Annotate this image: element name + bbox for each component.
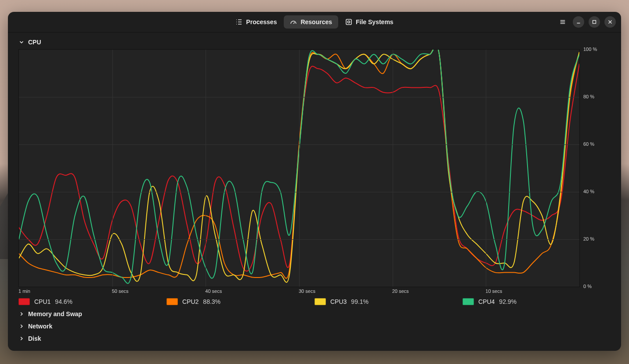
menu-button[interactable]: [557, 16, 568, 28]
x-tick-label: 20 secs: [392, 288, 486, 294]
x-tick-label: 1 min: [18, 288, 112, 294]
drive-icon: [345, 18, 352, 25]
close-icon: [607, 19, 613, 25]
section-title: CPU: [28, 39, 41, 46]
legend-name: CPU1: [34, 298, 51, 305]
cpu-legend: CPU194.6%CPU288.3%CPU399.1%CPU492.9%: [18, 298, 611, 305]
chevron-down-icon: [18, 39, 25, 45]
section-header-cpu[interactable]: CPU: [18, 36, 611, 48]
tab-resources[interactable]: Resources: [284, 15, 338, 29]
y-tick-label: 100 %: [583, 47, 597, 52]
speedometer-icon: [290, 18, 297, 25]
tab-filesystems[interactable]: File Systems: [339, 15, 400, 29]
chevron-right-icon: [18, 323, 25, 329]
legend-item-cpu4[interactable]: CPU492.9%: [463, 298, 611, 305]
legend-item-cpu3[interactable]: CPU399.1%: [314, 298, 463, 305]
content: CPU 1 min50 secs40 secs30 secs20 secs10 …: [8, 32, 621, 350]
legend-swatch: [18, 298, 30, 305]
window-controls: [557, 16, 616, 28]
x-tick-label: 30 secs: [299, 288, 392, 294]
x-tick-label: 40 secs: [205, 288, 299, 294]
legend-name: CPU4: [478, 298, 495, 305]
y-tick-label: 20 %: [583, 236, 594, 241]
legend-value: 92.9%: [499, 298, 517, 305]
y-tick-label: 60 %: [583, 141, 594, 147]
tab-label: File Systems: [356, 18, 394, 25]
tab-label: Processes: [246, 18, 277, 25]
section-title: Memory and Swap: [28, 310, 82, 317]
section-header-memory[interactable]: Memory and Swap: [18, 308, 611, 320]
chevron-right-icon: [18, 311, 25, 317]
collapsed-sections: Memory and Swap Network Disk: [18, 308, 611, 345]
legend-name: CPU2: [182, 298, 199, 305]
legend-swatch: [463, 298, 474, 305]
minimize-icon: [575, 19, 582, 25]
close-button[interactable]: [604, 16, 616, 28]
svg-rect-0: [346, 19, 351, 25]
cpu-chart: [18, 49, 580, 287]
legend-swatch: [314, 298, 326, 305]
legend-value: 99.1%: [351, 298, 369, 305]
section-title: Network: [28, 323, 52, 330]
x-tick-label: 10 secs: [485, 288, 579, 294]
minimize-button[interactable]: [573, 16, 584, 28]
svg-point-1: [348, 21, 350, 23]
list-icon: [235, 18, 242, 25]
y-tick-label: 0 %: [583, 284, 592, 289]
tab-processes[interactable]: Processes: [229, 15, 283, 29]
svg-rect-2: [593, 21, 596, 24]
maximize-button[interactable]: [589, 16, 600, 28]
chevron-right-icon: [18, 335, 25, 342]
y-tick-label: 80 %: [583, 94, 594, 99]
cpu-chart-area: 1 min50 secs40 secs30 secs20 secs10 secs…: [18, 49, 611, 305]
legend-value: 94.6%: [55, 298, 72, 305]
legend-swatch: [166, 298, 178, 305]
x-tick-label: 50 secs: [112, 288, 206, 294]
hamburger-icon: [560, 19, 566, 25]
tab-label: Resources: [300, 18, 332, 25]
section-title: Disk: [28, 335, 41, 342]
legend-item-cpu2[interactable]: CPU288.3%: [166, 298, 314, 305]
section-header-disk[interactable]: Disk: [18, 332, 611, 345]
legend-name: CPU3: [330, 298, 347, 305]
section-header-network[interactable]: Network: [18, 320, 611, 332]
titlebar: Processes Resources File Systems: [8, 12, 621, 32]
view-switcher: Processes Resources File Systems: [229, 15, 399, 29]
legend-item-cpu1[interactable]: CPU194.6%: [18, 298, 166, 305]
y-tick-label: 40 %: [583, 189, 594, 194]
legend-value: 88.3%: [203, 298, 221, 305]
maximize-icon: [591, 19, 597, 25]
cpu-chart-x-labels: 1 min50 secs40 secs30 secs20 secs10 secs: [18, 288, 579, 294]
system-monitor-window: Processes Resources File Systems: [8, 12, 621, 351]
